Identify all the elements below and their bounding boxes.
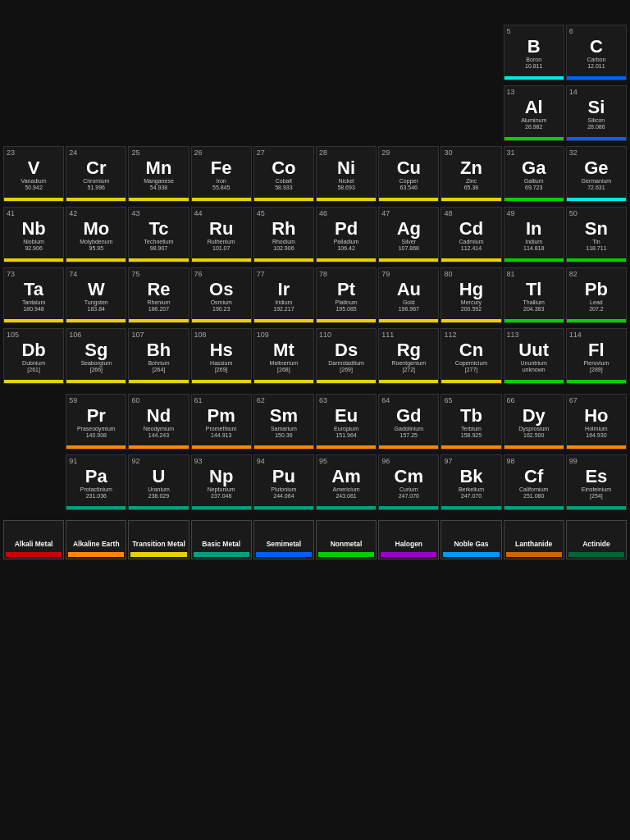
element-Mt[interactable]: 109MtMeitnerium[268]	[253, 328, 314, 384]
element-bar	[379, 258, 438, 262]
element-Co[interactable]: 27CoCobalt58.933	[253, 146, 314, 202]
element-In[interactable]: 49InIndium114.818	[504, 207, 564, 262]
element-Pm[interactable]: 61PmPromethium144.913	[191, 394, 252, 450]
element-bar	[254, 319, 313, 322]
element-Fe[interactable]: 26FeIron55.845	[191, 146, 252, 202]
element-Sn[interactable]: 50SnTin118.711	[566, 207, 627, 262]
element-Zn[interactable]: 30ZnZinc65.38	[441, 146, 501, 202]
element-B[interactable]: 5 B Boron 10.811	[504, 25, 564, 80]
element-bar	[317, 198, 376, 201]
element-Hg[interactable]: 80HgMercury200.592	[441, 267, 501, 323]
element-Cf[interactable]: 98CfCalifornium251.080	[504, 454, 564, 510]
legend-actinide: Actinide	[566, 520, 627, 559]
element-Tc[interactable]: 43TcTechnetium98.907	[128, 207, 189, 262]
element-bar	[317, 506, 376, 509]
element-Bh[interactable]: 107BhBohrium[264]	[128, 328, 189, 384]
element-Ga[interactable]: 31GaGallium69.723	[504, 146, 564, 202]
element-Ag[interactable]: 47AgSilver107.868	[378, 207, 439, 262]
element-bar	[379, 380, 438, 383]
element-Ir[interactable]: 77IrIridium192.217	[253, 267, 314, 323]
element-Tb[interactable]: 65TbTerbium158.925	[441, 394, 501, 450]
empty	[441, 85, 501, 141]
element-bar	[66, 258, 126, 262]
empty	[66, 85, 126, 141]
element-Fl[interactable]: 114FlFlerovium[289]	[566, 328, 627, 384]
element-W[interactable]: 74WTungsten183.84	[66, 267, 126, 323]
period-7-row: 105DbDubnium[261]106SgSeaborgium[266]107…	[2, 326, 628, 386]
element-Re[interactable]: 75ReRhenium186.207	[128, 267, 189, 323]
element-Dy[interactable]: 66DyDysprosium162.500	[504, 394, 564, 450]
element-bar	[504, 506, 564, 509]
element-bar	[254, 506, 313, 509]
element-Pr[interactable]: 59PrPraseodymium140.908	[66, 394, 126, 450]
element-Gd[interactable]: 64GdGadolinium157.25	[378, 394, 439, 450]
element-Cm[interactable]: 96CmCurium247.070	[378, 454, 439, 510]
element-Es[interactable]: 99EsEinsteinium[254]	[566, 454, 627, 510]
element-Db[interactable]: 105DbDubnium[261]	[3, 328, 64, 384]
element-bar	[192, 319, 251, 322]
legend-color-bar	[506, 552, 562, 557]
element-Nd[interactable]: 60NdNeodymium144.243	[128, 394, 189, 450]
element-Ru[interactable]: 44RuRuthenium101.07	[191, 207, 252, 262]
empty	[253, 25, 314, 80]
element-Ds[interactable]: 110DsDarmstadtium[269]	[316, 328, 377, 384]
element-Tl[interactable]: 81TlThallium204.383	[504, 267, 564, 323]
element-bar	[192, 506, 251, 509]
element-Al[interactable]: 13 Al Aluminum 26.982	[504, 85, 564, 141]
element-Pu[interactable]: 94PuPlutonium244.064	[253, 454, 314, 510]
element-Bk[interactable]: 97BkBerkelium247.070	[441, 454, 501, 510]
element-bar	[129, 445, 188, 449]
element-bar	[504, 445, 564, 449]
element-Pd[interactable]: 46PdPalladium106.42	[316, 207, 377, 262]
element-Sm[interactable]: 62SmSamarium150.36	[253, 394, 314, 450]
element-Ni[interactable]: 28NiNickel58.693	[316, 146, 377, 202]
element-bar	[567, 445, 626, 449]
element-Ta[interactable]: 73TaTantalum180.948	[3, 267, 64, 323]
element-C[interactable]: 6 C Carbon 12.011	[566, 25, 627, 80]
element-Mo[interactable]: 42MoMolybdenum95.95	[66, 207, 126, 262]
period-6-row: 73TaTantalum180.94874WTungsten183.8475Re…	[2, 266, 628, 325]
element-Ho[interactable]: 67HoHolmium164.930	[566, 394, 627, 450]
element-Os[interactable]: 76OsOsmium190.23	[191, 267, 252, 323]
element-Cu[interactable]: 29CuCopper63.546	[378, 146, 439, 202]
element-bar	[379, 319, 438, 322]
element-bar	[129, 319, 188, 322]
element-Si[interactable]: 14 Si Silicon 28.086	[566, 85, 627, 141]
empty	[191, 25, 252, 80]
actinide-row: 91PaProtactinium231.03692UUranium238.029…	[2, 453, 628, 512]
period-4-row: 23VVanadium50.94224CrChromium51.99625MnM…	[2, 144, 628, 203]
element-Np[interactable]: 93NpNeptunium237.048	[191, 454, 252, 510]
element-Pa[interactable]: 91PaProtactinium231.036	[66, 454, 126, 510]
element-bar	[129, 506, 188, 509]
element-Nb[interactable]: 41NbNiobium92.906	[3, 207, 64, 262]
element-Rh[interactable]: 45RhRhodium102.906	[253, 207, 314, 262]
legend-color-bar	[443, 552, 499, 557]
element-Am[interactable]: 95AmAmericium243.061	[316, 454, 377, 510]
element-Ge[interactable]: 32GeGermanium72.631	[566, 146, 627, 202]
element-bar	[441, 506, 500, 509]
element-bar	[192, 380, 251, 383]
element-Au[interactable]: 79AuGold196.967	[378, 267, 439, 323]
element-Pt[interactable]: 78PtPlatinum195.085	[316, 267, 377, 323]
element-Cr[interactable]: 24CrChromium51.996	[66, 146, 126, 202]
element-V[interactable]: 23VVanadium50.942	[3, 146, 64, 202]
element-bar	[66, 506, 126, 509]
element-bar	[129, 258, 188, 262]
element-Rg[interactable]: 111RgRoentgenium[272]	[378, 328, 439, 384]
element-Sg[interactable]: 106SgSeaborgium[266]	[66, 328, 126, 384]
legend-basic-metal: Basic Metal	[191, 520, 252, 559]
element-Uut[interactable]: 113UutUnuntriumunknown	[504, 328, 564, 384]
element-Hs[interactable]: 108HsHassium[269]	[191, 328, 252, 384]
element-Mn[interactable]: 25MnManganese54.938	[128, 146, 189, 202]
element-Cd[interactable]: 48CdCadmium112.414	[441, 207, 501, 262]
legend-semimetal: Semimetal	[253, 520, 314, 559]
element-Eu[interactable]: 63EuEuropium151.964	[316, 394, 377, 450]
element-Cn[interactable]: 112CnCopernicium[277]	[441, 328, 501, 384]
element-U[interactable]: 92UUranium238.029	[128, 454, 189, 510]
element-Pb[interactable]: 82PbLead207.2	[566, 267, 627, 323]
element-bar	[567, 76, 626, 80]
element-bar	[4, 319, 63, 322]
element-bar	[317, 380, 376, 383]
legend-halogen: Halogen	[378, 520, 439, 559]
element-bar	[504, 137, 564, 140]
